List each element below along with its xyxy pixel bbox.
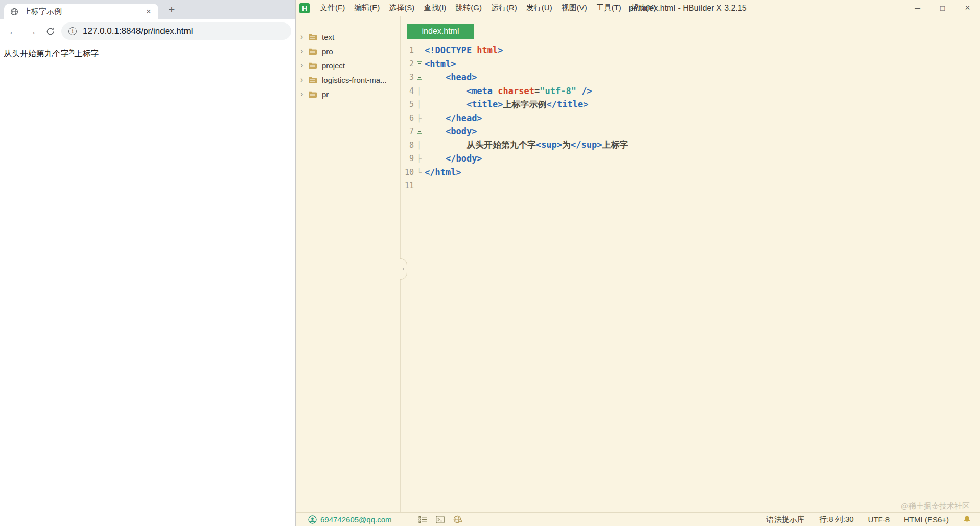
page-text-after: 上标字 [75, 49, 99, 58]
code-line[interactable]: 5│ <title>上标字示例</title> [401, 98, 980, 111]
tree-item-label: project [322, 61, 345, 70]
menu-item[interactable]: 文件(F) [315, 3, 349, 13]
menu-item[interactable]: 工具(T) [592, 3, 626, 13]
minimize-button[interactable]: ─ [905, 0, 930, 16]
reload-icon[interactable] [41, 27, 59, 36]
browser-tab[interactable]: 上标字示例 × [4, 4, 158, 19]
code-line[interactable]: 7 <body> [401, 125, 980, 139]
line-number: 2 [401, 59, 414, 68]
code-token: <sup> [536, 140, 562, 150]
chevron-right-icon[interactable]: › [300, 76, 308, 84]
line-number: 1 [401, 45, 414, 55]
statusbar-icons [418, 515, 462, 523]
fold-collapse-icon[interactable] [414, 129, 425, 134]
browser-tab-strip: 上标字示例 × + [0, 0, 295, 19]
code-token: 上标字 [602, 140, 628, 150]
tree-item[interactable]: ›text [296, 30, 400, 44]
page-superscript: 为 [69, 48, 75, 54]
code-line[interactable]: 6├ </head> [401, 111, 980, 125]
line-number: 7 [401, 127, 414, 136]
code-line[interactable]: 10└</html> [401, 166, 980, 179]
folder-icon [308, 33, 317, 41]
browser-window: 上标字示例 × + ← → i 127.0.0.1:8848/pr/index.… [0, 0, 295, 526]
code-line[interactable]: 1<!DOCTYPE html> [401, 43, 980, 57]
outline-list-icon[interactable] [418, 516, 427, 523]
tree-item[interactable]: ›pr [296, 87, 400, 101]
statusbar-right: 语法提示库行:8 列:30UTF-8HTML(ES6+) [766, 515, 971, 524]
tree-item-label: pr [322, 90, 329, 99]
menu-bar: 文件(F)编辑(E)选择(S)查找(I)跳转(G)运行(R)发行(U)视图(V)… [315, 3, 661, 13]
code-text: <title>上标字示例</title> [425, 99, 588, 110]
chevron-right-icon[interactable]: › [300, 90, 308, 98]
statusbar-account[interactable]: 694742605@qq.com [308, 515, 392, 524]
menu-item[interactable]: 选择(S) [384, 3, 419, 13]
code-token: 为 [562, 140, 571, 150]
code-line[interactable]: 2<html> [401, 57, 980, 71]
bell-icon[interactable] [963, 515, 971, 523]
fold-box-icon[interactable] [417, 61, 422, 66]
close-button[interactable]: × [955, 0, 980, 16]
line-number: 9 [401, 154, 414, 163]
new-tab-button[interactable]: + [165, 3, 179, 17]
hbuilder-window: H 文件(F)编辑(E)选择(S)查找(I)跳转(G)运行(R)发行(U)视图(… [295, 0, 980, 526]
back-icon[interactable]: ← [4, 26, 22, 37]
terminal-icon[interactable] [436, 516, 445, 523]
chevron-right-icon[interactable]: › [300, 33, 308, 41]
line-number: 6 [401, 113, 414, 123]
account-email[interactable]: 694742605@qq.com [320, 515, 392, 524]
code-line[interactable]: 11 [401, 179, 980, 193]
fold-box-icon[interactable] [417, 129, 422, 134]
fold-marker: │ [414, 141, 425, 149]
line-number: 8 [401, 141, 414, 150]
code-token: 上标字示例 [503, 99, 547, 109]
fold-collapse-icon[interactable] [414, 61, 425, 66]
chevron-right-icon[interactable]: › [300, 47, 308, 55]
tab-title: 上标字示例 [24, 7, 145, 16]
folder-icon [308, 76, 317, 84]
tree-item[interactable]: ›pro [296, 44, 400, 58]
menu-item[interactable]: 跳转(G) [451, 3, 486, 13]
code-line[interactable]: 9├ </body> [401, 152, 980, 166]
chevron-right-icon[interactable]: › [300, 61, 308, 70]
info-icon[interactable]: i [68, 27, 77, 35]
code-text: <!DOCTYPE html> [425, 45, 503, 55]
address-bar[interactable]: i 127.0.0.1:8848/pr/index.html [61, 22, 291, 40]
code-token: </body> [446, 153, 482, 164]
menu-item[interactable]: 发行(U) [522, 3, 557, 13]
tab-close-icon[interactable]: × [145, 7, 152, 16]
code-line[interactable]: 3 <head> [401, 71, 980, 84]
editor[interactable]: index.html 1<!DOCTYPE html>2<html>3 <hea… [401, 16, 980, 512]
status-item[interactable]: HTML(ES6+) [904, 515, 949, 524]
code-token: <!DOCTYPE [425, 45, 477, 55]
tree-item[interactable]: ›project [296, 58, 400, 73]
code-area[interactable]: 1<!DOCTYPE html>2<html>3 <head>4│ <meta … [401, 43, 980, 193]
menu-item[interactable]: 查找(I) [419, 3, 451, 13]
code-token: <body> [446, 126, 477, 136]
code-token: /> [581, 86, 592, 96]
status-item[interactable]: 语法提示库 [766, 515, 805, 524]
fold-box-icon[interactable] [417, 75, 422, 80]
menu-item[interactable]: 视图(V) [557, 3, 592, 13]
page-text-before: 从头开始第九个字 [4, 49, 69, 58]
forward-icon[interactable]: → [22, 26, 41, 37]
account-icon [308, 515, 317, 524]
fold-collapse-icon[interactable] [414, 75, 425, 80]
menu-item[interactable]: 运行(R) [486, 3, 522, 13]
url-text[interactable]: 127.0.0.1:8848/pr/index.html [83, 26, 193, 36]
tree-item-label: text [322, 33, 334, 41]
editor-tab[interactable]: index.html [407, 24, 474, 39]
code-line[interactable]: 4│ <meta charset="utf-8" /> [401, 84, 980, 98]
line-number: 10 [401, 168, 414, 177]
folder-icon [308, 62, 317, 70]
fold-marker: └ [414, 168, 425, 176]
status-item[interactable]: 行:8 列:30 [819, 515, 854, 524]
line-number: 11 [401, 181, 414, 190]
web-globe-icon[interactable] [453, 515, 462, 523]
status-item[interactable]: UTF-8 [868, 515, 890, 524]
code-token [425, 113, 446, 123]
code-token: <title> [466, 99, 503, 109]
maximize-button[interactable]: □ [930, 0, 955, 16]
code-line[interactable]: 8│ 从头开始第九个字<sup>为</sup>上标字 [401, 139, 980, 152]
tree-item[interactable]: ›logistics-front-ma... [296, 73, 400, 87]
menu-item[interactable]: 编辑(E) [349, 3, 384, 13]
